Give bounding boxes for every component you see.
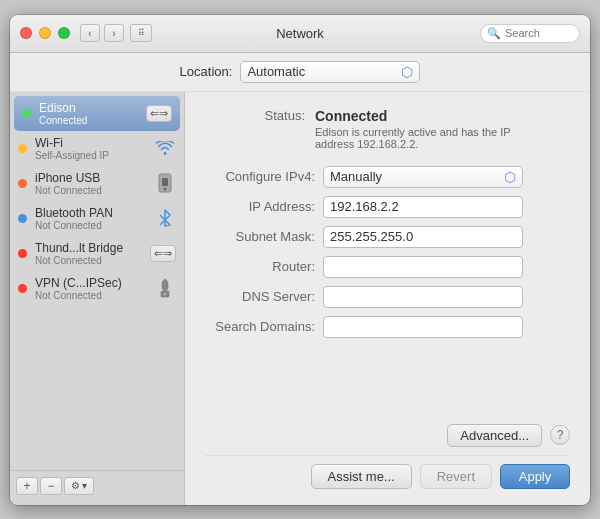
subnet-mask-input[interactable] (323, 226, 523, 248)
close-button[interactable] (20, 27, 32, 39)
status-dot-iphone-usb (18, 179, 27, 188)
sidebar-item-info-bluetooth: Bluetooth PAN Not Connected (35, 206, 146, 231)
sidebar-item-status-bluetooth: Not Connected (35, 220, 146, 231)
back-button[interactable]: ‹ (80, 24, 100, 42)
minimize-button[interactable] (39, 27, 51, 39)
right-panel: Status: Connected Edison is currently ac… (185, 92, 590, 505)
sidebar-item-status-vpn: Not Connected (35, 290, 146, 301)
status-dot-vpn (18, 284, 27, 293)
sidebar-item-vpn[interactable]: VPN (C...IPSec) Not Connected (10, 271, 184, 306)
forward-button[interactable]: › (104, 24, 124, 42)
sidebar-item-name-iphone-usb: iPhone USB (35, 171, 146, 185)
search-domains-label: Search Domains: (205, 319, 315, 334)
configure-ipv4-row: Configure IPv4: Manually ⬡ (205, 166, 570, 188)
bluetooth-icon (154, 207, 176, 229)
svg-point-4 (164, 293, 167, 296)
configure-ipv4-select[interactable]: Manually ⬡ (323, 166, 523, 188)
status-dot-wifi (18, 144, 27, 153)
sidebar-item-iphone-usb[interactable]: iPhone USB Not Connected (10, 166, 184, 201)
bottom-area: Advanced... ? Assist me... Revert Apply (205, 424, 570, 489)
search-icon: 🔍 (487, 27, 501, 40)
thunderbolt-arrows-icon: ⇐⇒ (150, 245, 176, 262)
status-label: Status: (205, 108, 305, 150)
search-box[interactable]: 🔍 (480, 24, 580, 43)
advanced-button[interactable]: Advanced... (447, 424, 542, 447)
sidebar-item-wifi[interactable]: Wi-Fi Self-Assigned IP (10, 131, 184, 166)
search-input[interactable] (505, 27, 575, 39)
sidebar-item-thunderbolt[interactable]: Thund...lt Bridge Not Connected ⇐⇒ (10, 236, 184, 271)
grid-button[interactable]: ⠿ (130, 24, 152, 42)
status-dot-bluetooth (18, 214, 27, 223)
dns-server-label: DNS Server: (205, 289, 315, 304)
subnet-mask-label: Subnet Mask: (205, 229, 315, 244)
router-label: Router: (205, 259, 315, 274)
router-row: Router: (205, 256, 570, 278)
gear-button[interactable]: ⚙ ▾ (64, 477, 94, 495)
ip-address-input[interactable] (323, 196, 523, 218)
maximize-button[interactable] (58, 27, 70, 39)
apply-button[interactable]: Apply (500, 464, 570, 489)
sidebar-item-info-thunderbolt: Thund...lt Bridge Not Connected (35, 241, 142, 266)
sidebar-item-status-edison: Connected (39, 115, 138, 126)
location-select[interactable]: Automatic ⬡ (240, 61, 420, 83)
sidebar-arrows-icon: ⇐⇒ (146, 105, 172, 122)
nav-buttons: ‹ › (80, 24, 124, 42)
sidebar-item-name-bluetooth: Bluetooth PAN (35, 206, 146, 220)
network-window: ‹ › ⠿ Network 🔍 Location: Automatic ⬡ Ed… (10, 15, 590, 505)
sidebar-item-name-wifi: Wi-Fi (35, 136, 146, 150)
search-domains-input[interactable] (323, 316, 523, 338)
location-value: Automatic (247, 64, 305, 79)
main-area: Edison Connected ⇐⇒ Wi-Fi Self-Assigned … (10, 92, 590, 505)
window-title: Network (276, 26, 324, 41)
status-value: Connected (315, 108, 535, 124)
sidebar-item-status-thunderbolt: Not Connected (35, 255, 142, 266)
ip-address-row: IP Address: (205, 196, 570, 218)
status-section: Status: Connected Edison is currently ac… (205, 108, 570, 150)
add-button[interactable]: + (16, 477, 38, 495)
configure-ipv4-value: Manually (330, 169, 382, 184)
sidebar-item-info-wifi: Wi-Fi Self-Assigned IP (35, 136, 146, 161)
ip-address-label: IP Address: (205, 199, 315, 214)
subnet-mask-row: Subnet Mask: (205, 226, 570, 248)
location-label: Location: (180, 64, 233, 79)
sidebar-bottom: + − ⚙ ▾ (10, 470, 184, 501)
sidebar-item-status-wifi: Self-Assigned IP (35, 150, 146, 161)
configure-ipv4-label: Configure IPv4: (205, 169, 315, 184)
sidebar-item-name-thunderbolt: Thund...lt Bridge (35, 241, 142, 255)
sidebar-item-name-edison: Edison (39, 101, 138, 115)
sidebar-item-info-vpn: VPN (C...IPSec) Not Connected (35, 276, 146, 301)
status-dot-thunderbolt (18, 249, 27, 258)
search-domains-row: Search Domains: (205, 316, 570, 338)
revert-button[interactable]: Revert (420, 464, 492, 489)
configure-ipv4-arrow-icon: ⬡ (504, 169, 516, 185)
sidebar-item-status-iphone-usb: Not Connected (35, 185, 146, 196)
location-bar: Location: Automatic ⬡ (10, 53, 590, 92)
sidebar-item-info-iphone-usb: iPhone USB Not Connected (35, 171, 146, 196)
sidebar: Edison Connected ⇐⇒ Wi-Fi Self-Assigned … (10, 92, 185, 505)
sidebar-item-name-vpn: VPN (C...IPSec) (35, 276, 146, 290)
advanced-row: Advanced... ? (205, 424, 570, 447)
sidebar-item-info-edison: Edison Connected (39, 101, 138, 126)
svg-rect-1 (162, 178, 168, 186)
help-button[interactable]: ? (550, 425, 570, 445)
router-input[interactable] (323, 256, 523, 278)
location-arrow-icon: ⬡ (401, 64, 413, 80)
sidebar-item-bluetooth[interactable]: Bluetooth PAN Not Connected (10, 201, 184, 236)
status-content: Connected Edison is currently active and… (315, 108, 535, 150)
sidebar-item-edison[interactable]: Edison Connected ⇐⇒ (14, 96, 180, 131)
wifi-icon (154, 137, 176, 159)
vpn-icon (154, 277, 176, 299)
status-dot-edison (22, 109, 31, 118)
action-row: Assist me... Revert Apply (205, 455, 570, 489)
remove-button[interactable]: − (40, 477, 62, 495)
assist-button[interactable]: Assist me... (311, 464, 412, 489)
usb-icon (154, 172, 176, 194)
traffic-lights (20, 27, 70, 39)
svg-point-2 (164, 188, 167, 191)
titlebar: ‹ › ⠿ Network 🔍 (10, 15, 590, 53)
status-description: Edison is currently active and has the I… (315, 126, 535, 150)
dns-server-input[interactable] (323, 286, 523, 308)
dns-server-row: DNS Server: (205, 286, 570, 308)
